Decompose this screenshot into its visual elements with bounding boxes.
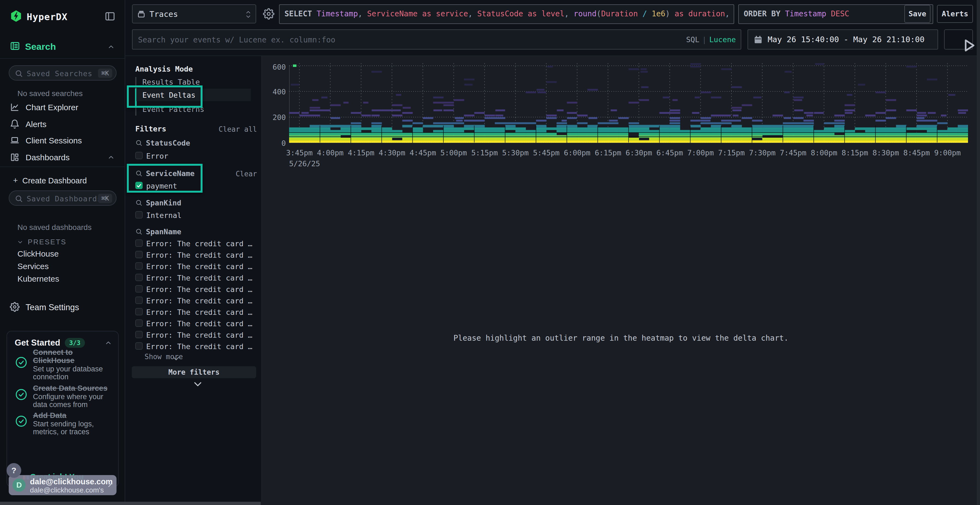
source-select-value: Traces	[150, 10, 178, 19]
user-menu[interactable]: D dale@clickhouse.com dale@clickhouse.co…	[9, 475, 116, 495]
search-placeholder: Search your events w/ Lucene ex. column:…	[138, 35, 336, 44]
filter-option-label: Error: The credit card …	[146, 319, 252, 328]
get-started-item-desc: Start sending logs, metrics, or traces	[33, 420, 115, 436]
order-by-input[interactable]: ORDER BY Timestamp DESC	[738, 4, 933, 24]
presets-toggle[interactable]: PRESETS	[17, 237, 99, 247]
checkbox-unchecked[interactable]	[135, 308, 143, 315]
x-axis-tick: 5:00pm	[441, 149, 467, 157]
get-started-item-title[interactable]: Create Data Sources	[33, 384, 115, 392]
sql-toggle[interactable]: SQL	[686, 35, 699, 44]
vertical-scrollbar[interactable]	[977, 0, 980, 505]
x-axis-date-label: 5/26/25	[289, 159, 320, 168]
chevron-up-icon[interactable]	[107, 43, 115, 51]
search-panel-icon	[10, 41, 20, 51]
app-logo[interactable]: HyperDX	[10, 9, 115, 24]
source-select[interactable]: Traces	[132, 4, 256, 24]
sidebar-item-label: Search	[25, 41, 56, 52]
chevron-up-icon[interactable]	[107, 154, 115, 161]
filter-option-spanname-5[interactable]: Error: The credit card …	[135, 296, 255, 306]
sidebar-item-dashboards[interactable]: Dashboards	[10, 151, 115, 164]
sidebar-collapse-icon[interactable]	[105, 11, 115, 22]
x-axis-tick: 7:15pm	[718, 149, 745, 157]
sidebar-item-team-settings[interactable]: Team Settings	[10, 302, 113, 314]
app-title: HyperDX	[27, 11, 67, 22]
saved-searches-input[interactable]: Saved Searches ⌘K	[9, 65, 116, 81]
analysis-mode-title: Analysis Mode	[135, 65, 193, 73]
get-started-item-title[interactable]: Add Data	[33, 411, 115, 419]
preset-clickhouse[interactable]: ClickHouse	[18, 249, 105, 260]
checkbox-unchecked[interactable]	[135, 152, 143, 159]
search-icon[interactable]	[135, 199, 142, 206]
sidebar-item-client-sessions[interactable]: Client Sessions	[10, 134, 115, 148]
sidebar-item-label: Dashboards	[25, 153, 70, 162]
search-icon[interactable]	[135, 228, 142, 235]
sidebar: HyperDX Search Saved Searches ⌘K No save…	[0, 0, 125, 505]
filter-option-label: Error: The credit card …	[146, 274, 252, 282]
x-axis-tick: 8:30pm	[872, 149, 899, 157]
query-language-toggle[interactable]: SQL|Lucene	[686, 35, 736, 44]
x-axis-tick: 9:00pm	[934, 149, 961, 157]
lucene-toggle[interactable]: Lucene	[709, 35, 736, 44]
user-email: dale@clickhouse.com	[30, 477, 113, 486]
source-settings-gear-icon[interactable]	[263, 8, 274, 20]
sidebar-item-chart-explorer[interactable]: Chart Explorer	[10, 101, 115, 114]
topbar: Traces SELECT Timestamp, ServiceName as …	[125, 0, 980, 56]
save-button[interactable]: Save	[904, 5, 931, 23]
checkbox-unchecked[interactable]	[135, 285, 143, 292]
clear-servicename-link[interactable]: Clear	[236, 170, 257, 178]
filter-option-spanname-9[interactable]: Error: The credit card …	[135, 342, 255, 352]
chevron-up-icon[interactable]	[105, 339, 112, 347]
search-icon[interactable]	[135, 139, 142, 146]
filter-option-spanname-0[interactable]: Error: The credit card …	[135, 239, 255, 249]
date-range-picker[interactable]: May 26 15:40:00 - May 26 21:10:00	[748, 29, 938, 49]
filter-option-spanname-8[interactable]: Error: The credit card …	[135, 330, 255, 341]
checkbox-unchecked[interactable]	[135, 240, 143, 247]
checkbox-unchecked[interactable]	[135, 262, 143, 270]
get-started-item-title[interactable]: Connect to ClickHouse	[33, 348, 115, 365]
sql-select-input[interactable]: SELECT Timestamp, ServiceName as service…	[279, 4, 734, 24]
clear-all-filters-link[interactable]: Clear all	[219, 125, 257, 133]
filter-option-error[interactable]: Error	[135, 151, 255, 162]
filter-option-label: Error: The credit card …	[146, 251, 252, 259]
show-more-button[interactable]: Show more	[135, 352, 217, 362]
search-input[interactable]: Search your events w/ Lucene ex. column:…	[132, 29, 741, 49]
filter-option-label: Error: The credit card …	[146, 285, 252, 294]
checkbox-unchecked[interactable]	[135, 274, 143, 281]
filter-group-statuscode: StatusCode	[146, 139, 190, 147]
more-filters-button[interactable]: More filters	[132, 366, 256, 378]
run-query-button[interactable]	[944, 29, 973, 49]
filter-option-spanname-7[interactable]: Error: The credit card …	[135, 319, 255, 329]
filter-option-internal[interactable]: Internal	[135, 211, 255, 221]
search-icon	[15, 69, 23, 78]
y-axis-tick-600: 600	[262, 63, 286, 71]
checkbox-unchecked[interactable]	[135, 331, 143, 338]
create-dashboard-button[interactable]: + Create Dashboard	[13, 176, 114, 187]
preset-services[interactable]: Services	[18, 262, 105, 273]
preset-kubernetes[interactable]: Kubernetes	[18, 274, 105, 285]
sidebar-item-search[interactable]: Search	[10, 40, 115, 53]
filters-title: Filters	[135, 125, 166, 133]
checkbox-unchecked[interactable]	[135, 211, 143, 219]
filter-option-spanname-2[interactable]: Error: The credit card …	[135, 262, 255, 272]
check-circle-icon	[15, 389, 27, 400]
checkbox-unchecked[interactable]	[135, 297, 143, 304]
horizontal-scrollbar[interactable]	[0, 502, 261, 505]
alerts-button[interactable]: Alerts	[937, 5, 973, 23]
checkbox-unchecked[interactable]	[135, 342, 143, 349]
saved-dashboards-input[interactable]: Saved Dashboards ⌘K	[9, 191, 116, 206]
x-axis-tick: 8:00pm	[811, 149, 837, 157]
sidebar-item-alerts[interactable]: Alerts	[10, 118, 115, 131]
date-range-value: May 26 15:40:00 - May 26 21:10:00	[768, 35, 924, 44]
filter-option-spanname-4[interactable]: Error: The credit card …	[135, 284, 255, 295]
checkbox-unchecked[interactable]	[135, 251, 143, 258]
chart-panel: 600 400 200 0 3:45pm4:00pm4:15pm4:30pm4:…	[262, 56, 980, 505]
x-axis-tick: 5:30pm	[502, 149, 529, 157]
y-axis-tick-400: 400	[262, 87, 286, 96]
filter-option-spanname-3[interactable]: Error: The credit card …	[135, 273, 255, 284]
x-axis-tick: 4:00pm	[317, 149, 344, 157]
filter-option-spanname-1[interactable]: Error: The credit card …	[135, 250, 255, 260]
help-button[interactable]: ?	[6, 463, 21, 478]
checkbox-unchecked[interactable]	[135, 319, 143, 327]
filter-option-spanname-6[interactable]: Error: The credit card …	[135, 308, 255, 318]
duration-heatmap[interactable]	[289, 63, 968, 143]
